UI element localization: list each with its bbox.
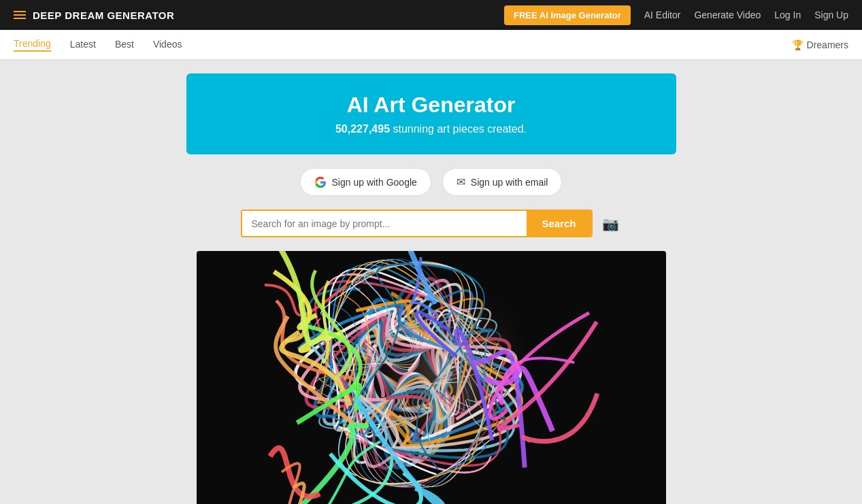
navbar-logo: DEEP DREAM GENERATOR (33, 10, 174, 21)
google-icon (314, 176, 327, 188)
search-button[interactable]: Search (527, 211, 591, 236)
generate-video-link[interactable]: Generate Video (694, 10, 761, 20)
search-row: Search 📷 (241, 209, 622, 237)
hero-title: AI Art Generator (214, 93, 649, 118)
tab-best[interactable]: Best (115, 39, 134, 51)
free-ai-button[interactable]: FREE AI Image Generator (504, 5, 631, 25)
tab-videos[interactable]: Videos (153, 39, 182, 51)
subnav: Trending Latest Best Videos 🏆 Dreamers (0, 30, 862, 60)
tab-latest[interactable]: Latest (70, 39, 96, 51)
signup-row: Sign up with Google ✉ Sign up with email (300, 168, 563, 196)
dreamers-link[interactable]: 🏆 Dreamers (792, 39, 848, 50)
ai-editor-link[interactable]: AI Editor (644, 10, 681, 20)
log-in-link[interactable]: Log In (774, 10, 801, 20)
subnav-tabs: Trending Latest Best Videos (14, 38, 182, 52)
camera-icon: 📷 (602, 216, 619, 231)
email-signup-label: Sign up with email (471, 177, 548, 188)
google-signup-label: Sign up with Google (332, 177, 417, 188)
email-icon: ✉ (457, 175, 465, 188)
hero-subtitle: 50,227,495 stunning art pieces created. (214, 123, 649, 135)
hero-image-container (197, 251, 666, 504)
main-content: AI Art Generator 50,227,495 stunning art… (0, 60, 862, 504)
sign-up-link[interactable]: Sign Up (814, 10, 848, 20)
navbar-right: FREE AI Image Generator AI Editor Genera… (504, 5, 848, 25)
navbar-left: DEEP DREAM GENERATOR (14, 10, 174, 21)
search-container: Search (241, 209, 593, 237)
trophy-icon: 🏆 (792, 39, 803, 50)
hero-art-canvas (197, 251, 666, 504)
tab-trending[interactable]: Trending (14, 38, 51, 52)
camera-button[interactable]: 📷 (599, 213, 622, 235)
email-signup-button[interactable]: ✉ Sign up with email (442, 168, 563, 196)
menu-icon[interactable] (14, 11, 26, 19)
google-signup-button[interactable]: Sign up with Google (300, 168, 431, 196)
navbar: DEEP DREAM GENERATOR FREE AI Image Gener… (0, 0, 862, 30)
search-input[interactable] (242, 211, 527, 236)
dreamers-label: Dreamers (807, 39, 848, 50)
hero-count: 50,227,495 (335, 123, 390, 135)
hero-banner: AI Art Generator 50,227,495 stunning art… (186, 73, 676, 154)
